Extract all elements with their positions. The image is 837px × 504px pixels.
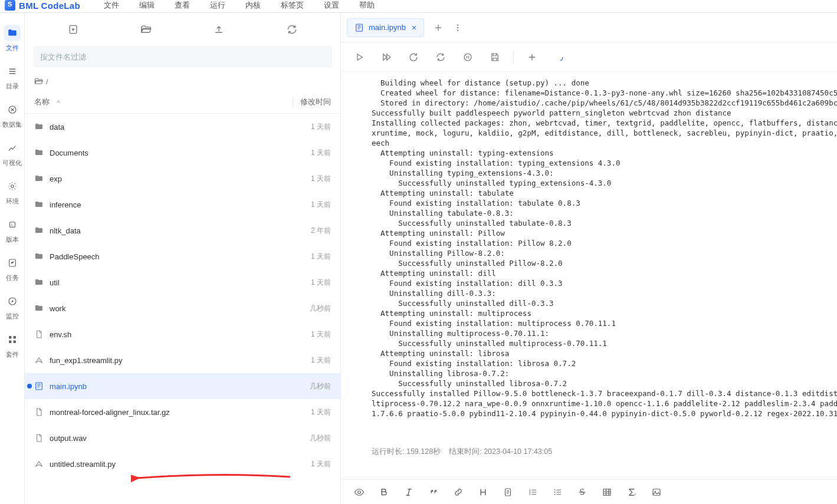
menu-item[interactable]: 标签页 (281, 0, 304, 11)
app-logo[interactable]: BML CodeLab (1, 0, 86, 11)
tab-close-button[interactable]: × (411, 23, 418, 32)
sidenav-item-chart[interactable]: 可视化 (0, 135, 25, 173)
sort-icon[interactable] (54, 98, 63, 106)
main-menu: 文件编辑查看运行内核标签页设置帮助 (104, 0, 375, 11)
file-row[interactable]: work几秒前 (25, 295, 340, 321)
cell-output: Building wheel for distance (setup.py) .… (341, 72, 837, 504)
save-button[interactable] (490, 52, 500, 62)
settings-button[interactable] (554, 52, 564, 62)
folder-icon (34, 122, 47, 131)
upload-button[interactable] (207, 18, 231, 41)
breadcrumb-path: / (46, 77, 48, 86)
tab-menu-button[interactable] (452, 22, 463, 33)
sidenav-label: 文件 (6, 44, 19, 52)
menu-item[interactable]: 运行 (210, 0, 225, 11)
tab-bar: main.ipynb × (341, 13, 837, 42)
file-row[interactable]: inference1 天前 (25, 192, 340, 218)
sidenav-item-monitor[interactable]: 监控 (0, 288, 25, 327)
run-all-button[interactable] (381, 52, 392, 62)
file-name: data (47, 123, 311, 131)
new-tab-button[interactable] (430, 19, 447, 36)
file-time: 1 天前 (311, 407, 331, 417)
file-name: inference (47, 200, 311, 209)
menu-item[interactable]: 文件 (104, 0, 119, 11)
sidenav-label: 任务 (6, 274, 19, 282)
link-icon (4, 101, 21, 118)
preview-button[interactable] (354, 487, 365, 498)
folder-icon (34, 174, 47, 183)
file-icon (34, 330, 47, 339)
chart-icon (4, 140, 21, 156)
file-row[interactable]: main.ipynb几秒前 (25, 373, 340, 399)
task-icon (4, 255, 21, 271)
side-nav: 文件目录数据集可视化环境版本任务监控套件 (0, 13, 25, 504)
file-filter-input[interactable] (33, 46, 332, 67)
link-button[interactable] (453, 487, 464, 498)
file-row[interactable]: fun_exp1.streamlit.py1 天前 (25, 347, 340, 373)
interrupt-button[interactable] (462, 52, 473, 62)
file-row[interactable]: montreal-forced-aligner_linux.tar.gz1 天前 (25, 399, 340, 425)
app-name: BML CodeLab (19, 1, 80, 11)
grid-icon (4, 331, 21, 348)
new-folder-button[interactable] (134, 18, 158, 41)
sidenav-item-folder[interactable]: 文件 (0, 20, 25, 58)
sidenav-item-gear[interactable]: 环境 (0, 173, 25, 212)
file-list: data1 天前Documents1 天前exp1 天前inference1 天… (25, 114, 340, 504)
folder-icon (34, 226, 47, 235)
sidenav-item-list[interactable]: 目录 (0, 58, 25, 97)
reload-button[interactable] (435, 52, 446, 62)
bold-button[interactable] (379, 487, 389, 498)
heading-button[interactable] (478, 487, 488, 498)
folder-icon (34, 200, 47, 209)
table-button[interactable] (602, 487, 612, 498)
tab-main-ipynb[interactable]: main.ipynb × (347, 18, 424, 37)
file-name: output.wav (47, 434, 310, 443)
file-row[interactable]: Documents1 天前 (25, 140, 340, 166)
file-row[interactable]: nltk_data2 年前 (25, 218, 340, 243)
sidenav-item-grid[interactable]: 套件 (0, 327, 25, 365)
file-row[interactable]: untitled.streamlit.py1 天前 (25, 451, 340, 477)
sidenav-item-link[interactable]: 数据集 (0, 97, 25, 135)
notebook-icon (34, 381, 47, 391)
file-row[interactable]: env.sh1 天前 (25, 321, 340, 347)
sidenav-label: 可视化 (2, 159, 22, 167)
file-row[interactable]: exp1 天前 (25, 166, 340, 192)
file-time: 1 天前 (311, 148, 331, 158)
file-row[interactable]: util1 天前 (25, 269, 340, 295)
file-row[interactable]: PaddleSpeech1 天前 (25, 243, 340, 269)
file-time: 几秒前 (310, 433, 331, 443)
sidenav-item-task[interactable]: 任务 (0, 250, 25, 288)
output-text[interactable]: Building wheel for distance (setup.py) .… (341, 78, 837, 419)
quote-button[interactable] (428, 487, 439, 498)
file-list-header[interactable]: 名称 修改时间 (25, 91, 340, 114)
breadcrumb[interactable]: / (25, 73, 340, 91)
menu-item[interactable]: 设置 (324, 0, 339, 11)
unordered-list-button[interactable] (552, 487, 563, 498)
file-time: 1 天前 (311, 252, 331, 262)
doc-button[interactable] (503, 487, 513, 498)
new-file-button[interactable] (61, 18, 85, 41)
menu-item[interactable]: 内核 (245, 0, 261, 11)
restart-button[interactable] (408, 52, 419, 62)
menu-item[interactable]: 编辑 (139, 0, 155, 11)
add-cell-button[interactable] (527, 52, 537, 62)
menu-item[interactable]: 查看 (175, 0, 190, 11)
file-row[interactable]: output.wav几秒前 (25, 425, 340, 451)
file-time: 1 天前 (311, 459, 331, 469)
ordered-list-button[interactable] (527, 487, 538, 498)
main-area: main.ipynb × Building wheel for distance… (341, 13, 837, 504)
strike-button[interactable] (577, 487, 587, 498)
sidenav-item-tag[interactable]: 版本 (0, 212, 25, 250)
italic-button[interactable] (403, 487, 414, 498)
image-button[interactable] (651, 487, 662, 498)
formula-button[interactable] (626, 487, 637, 498)
menu-item[interactable]: 帮助 (359, 0, 375, 11)
file-row[interactable]: data1 天前 (25, 114, 340, 140)
run-info: 运行时长: 159.128秒 结束时间: 2023-04-10 17:43:05 (341, 442, 837, 463)
sidenav-label: 套件 (6, 350, 19, 359)
run-button[interactable] (354, 52, 365, 62)
sidenav-label: 监控 (6, 312, 19, 321)
monitor-icon (4, 293, 21, 309)
refresh-button[interactable] (280, 18, 304, 41)
notebook-icon (355, 23, 364, 32)
